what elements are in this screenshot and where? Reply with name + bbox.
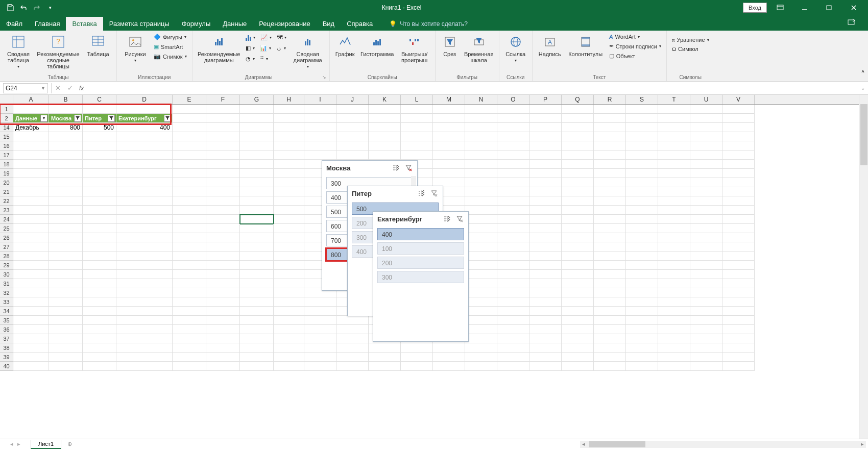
cell-S20[interactable]: [626, 178, 658, 187]
cell-M2[interactable]: [433, 114, 465, 123]
cell-N31[interactable]: [465, 279, 497, 288]
cell-I40[interactable]: [304, 362, 336, 371]
cell-K1[interactable]: [369, 105, 401, 114]
cell-V19[interactable]: [722, 169, 755, 178]
cell-A33[interactable]: [13, 297, 49, 307]
cell-A18[interactable]: [13, 160, 49, 169]
cell-N18[interactable]: [465, 160, 497, 169]
cell-R27[interactable]: [594, 242, 626, 251]
cell-G36[interactable]: [240, 325, 274, 334]
cell-A26[interactable]: [13, 233, 49, 242]
cell-B34[interactable]: [49, 307, 83, 316]
cell-F23[interactable]: [206, 206, 240, 215]
cell-C40[interactable]: [83, 362, 116, 371]
col-header-K[interactable]: K: [369, 95, 401, 104]
cell-U33[interactable]: [690, 297, 722, 307]
col-header-M[interactable]: M: [433, 95, 465, 104]
cell-O1[interactable]: [497, 105, 529, 114]
row-header-39[interactable]: 39: [0, 353, 13, 362]
cell-C24[interactable]: [83, 215, 116, 224]
cell-Q37[interactable]: [562, 334, 594, 343]
recommended-pivot-button[interactable]: ? Рекомендуемые сводные таблицы: [35, 33, 82, 70]
cell-P38[interactable]: [529, 343, 562, 353]
cell-E14[interactable]: [173, 123, 206, 132]
cell-K2[interactable]: [369, 114, 401, 123]
row-header-1[interactable]: 1: [0, 105, 13, 114]
cell-S21[interactable]: [626, 187, 658, 196]
cell-J15[interactable]: [336, 132, 369, 141]
timeline-button[interactable]: Временная шкала: [462, 33, 496, 64]
cell-B36[interactable]: [49, 325, 83, 334]
cell-G1[interactable]: [240, 105, 274, 114]
cell-P28[interactable]: [529, 251, 562, 261]
row-header-31[interactable]: 31: [0, 279, 13, 288]
cell-U28[interactable]: [690, 251, 722, 261]
cell-H23[interactable]: [274, 206, 304, 215]
cell-O35[interactable]: [497, 316, 529, 325]
cell-F40[interactable]: [206, 362, 240, 371]
cell-U27[interactable]: [690, 242, 722, 251]
cell-G26[interactable]: [240, 233, 274, 242]
cell-D30[interactable]: [116, 270, 173, 279]
cell-T36[interactable]: [658, 325, 690, 334]
cell-D1[interactable]: [116, 105, 173, 114]
row-header-14[interactable]: 14: [0, 123, 13, 132]
cell-M15[interactable]: [433, 132, 465, 141]
cell-V31[interactable]: [722, 279, 755, 288]
cell-A28[interactable]: [13, 251, 49, 261]
cell-H15[interactable]: [274, 132, 304, 141]
cell-G39[interactable]: [240, 353, 274, 362]
slicer-button[interactable]: Срез: [439, 33, 461, 64]
col-header-Q[interactable]: Q: [562, 95, 594, 104]
cell-V36[interactable]: [722, 325, 755, 334]
cell-B1[interactable]: [49, 105, 83, 114]
cell-E21[interactable]: [173, 187, 206, 196]
cell-U23[interactable]: [690, 206, 722, 215]
cell-Q31[interactable]: [562, 279, 594, 288]
cell-J37[interactable]: [336, 334, 369, 343]
qat-customize-icon[interactable]: ▾: [45, 3, 55, 13]
cell-N17[interactable]: [465, 150, 497, 160]
cell-O16[interactable]: [497, 141, 529, 150]
cell-H30[interactable]: [274, 270, 304, 279]
cell-U31[interactable]: [690, 279, 722, 288]
cell-R39[interactable]: [594, 353, 626, 362]
chart-line-button[interactable]: 📈▾: [258, 33, 274, 42]
col-header-P[interactable]: P: [529, 95, 562, 104]
row-header-27[interactable]: 27: [0, 242, 13, 251]
cell-H29[interactable]: [274, 261, 304, 270]
cell-Q39[interactable]: [562, 353, 594, 362]
cell-O23[interactable]: [497, 206, 529, 215]
row-header-38[interactable]: 38: [0, 343, 13, 353]
cell-P26[interactable]: [529, 233, 562, 242]
col-header-I[interactable]: I: [304, 95, 336, 104]
row-header-23[interactable]: 23: [0, 206, 13, 215]
cell-A16[interactable]: [13, 141, 49, 150]
table-button[interactable]: Таблица: [83, 33, 113, 70]
sheet-nav[interactable]: ◂▸: [0, 441, 31, 447]
cell-E35[interactable]: [173, 316, 206, 325]
cell-T34[interactable]: [658, 307, 690, 316]
cell-N24[interactable]: [465, 215, 497, 224]
cell-A14[interactable]: Декабрь: [13, 123, 49, 132]
cell-E1[interactable]: [173, 105, 206, 114]
menu-рецензирование[interactable]: Рецензирование: [253, 17, 316, 31]
cell-I35[interactable]: [304, 316, 336, 325]
cell-R38[interactable]: [594, 343, 626, 353]
cell-S27[interactable]: [626, 242, 658, 251]
cell-P2[interactable]: [529, 114, 562, 123]
cell-C29[interactable]: [83, 261, 116, 270]
cell-G29[interactable]: [240, 261, 274, 270]
cell-T17[interactable]: [658, 150, 690, 160]
slicer-item[interactable]: 400: [377, 228, 464, 240]
cell-D39[interactable]: [116, 353, 173, 362]
cell-A21[interactable]: [13, 187, 49, 196]
col-header-F[interactable]: F: [206, 95, 240, 104]
cell-Q40[interactable]: [562, 362, 594, 371]
cell-Q21[interactable]: [562, 187, 594, 196]
cell-O32[interactable]: [497, 288, 529, 297]
cell-D27[interactable]: [116, 242, 173, 251]
tell-me[interactable]: 💡 Что вы хотите сделать?: [389, 20, 468, 31]
cell-S16[interactable]: [626, 141, 658, 150]
cell-U38[interactable]: [690, 343, 722, 353]
